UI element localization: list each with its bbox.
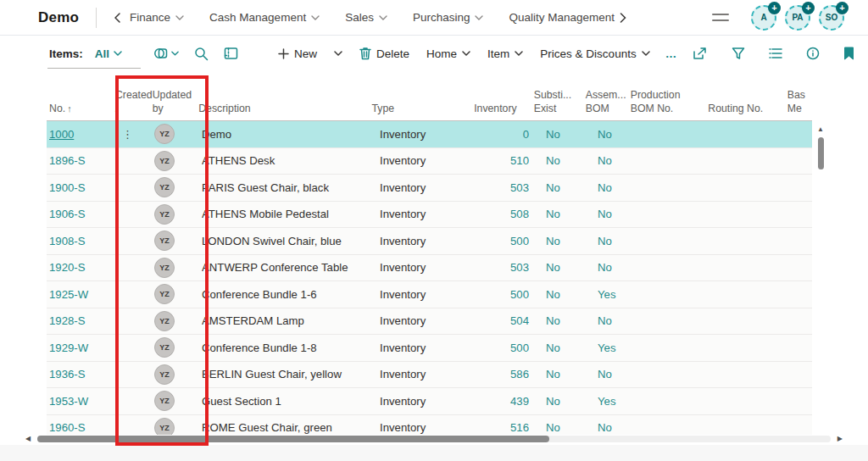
- assembly-bom[interactable]: Yes: [589, 342, 643, 354]
- item-inventory[interactable]: 500: [475, 288, 536, 301]
- item-no-link[interactable]: 1928-S: [49, 314, 86, 327]
- menu-icon[interactable]: [712, 14, 729, 21]
- created-by-avatar[interactable]: YZ: [154, 258, 175, 278]
- created-by-avatar[interactable]: YZ: [154, 364, 175, 385]
- assembly-bom[interactable]: No: [589, 208, 643, 220]
- assembly-bom[interactable]: Yes: [589, 395, 643, 408]
- item-inventory[interactable]: 516: [475, 421, 536, 434]
- table-row[interactable]: 1000⋮YZDemoInventory0NoNo: [47, 121, 812, 148]
- vertical-scrollbar[interactable]: ▲: [815, 125, 826, 434]
- view-filter-all[interactable]: All: [95, 47, 122, 60]
- analysis-views-button[interactable]: [146, 47, 186, 60]
- info-button[interactable]: [798, 47, 827, 60]
- menu-home[interactable]: Home: [418, 47, 479, 60]
- nav-item-cash-management[interactable]: Cash Management: [209, 11, 320, 24]
- nav-item-quality-management[interactable]: Quality Management: [509, 11, 626, 24]
- table-row[interactable]: 1929-W⋮YZConference Bundle 1-8Inventory5…: [47, 335, 812, 362]
- list-layout-button[interactable]: [761, 47, 790, 59]
- table-row[interactable]: 1928-S⋮YZAMSTERDAM LampInventory504NoNo: [47, 308, 812, 336]
- table-row[interactable]: 1936-S⋮YZBERLIN Guest Chair, yellowInven…: [47, 362, 812, 389]
- item-no-link[interactable]: 1906-S: [49, 208, 86, 220]
- menu-prices-discounts[interactable]: Prices & Discounts: [531, 47, 658, 60]
- horizontal-scrollbar-thumb[interactable]: [37, 436, 549, 442]
- bookmark-button[interactable]: [836, 47, 862, 60]
- column-header-type[interactable]: Type: [371, 103, 464, 120]
- new-split-chevron[interactable]: [326, 51, 351, 56]
- search-button[interactable]: [186, 47, 216, 61]
- assembly-bom[interactable]: No: [589, 181, 643, 194]
- menu-item[interactable]: Item: [479, 47, 531, 60]
- filter-button[interactable]: [724, 47, 753, 60]
- table-row[interactable]: 1960-S⋮YZROME Guest Chair, greenInventor…: [47, 415, 812, 436]
- item-no-link[interactable]: 1908-S: [49, 235, 86, 247]
- item-inventory[interactable]: 500: [475, 342, 536, 354]
- user-avatar-so[interactable]: SO+: [819, 5, 844, 31]
- table-row[interactable]: 1908-S⋮YZLONDON Swivel Chair, blueInvent…: [47, 228, 812, 255]
- column-header-description[interactable]: Description: [198, 103, 371, 120]
- item-no-link[interactable]: 1000: [49, 128, 74, 141]
- nav-scroll-left[interactable]: [114, 13, 121, 23]
- assembly-bom[interactable]: No: [589, 314, 643, 327]
- user-avatar-pa[interactable]: PA+: [785, 5, 810, 31]
- nav-item-finance[interactable]: Finance: [130, 11, 184, 24]
- table-row[interactable]: 1953-W⋮YZGuest Section 1Inventory439NoYe…: [47, 388, 812, 415]
- column-header-no-[interactable]: No.↑: [47, 103, 115, 120]
- item-no-link[interactable]: 1960-S: [49, 421, 86, 434]
- assembly-bom[interactable]: No: [589, 154, 643, 167]
- item-inventory[interactable]: 508: [475, 208, 536, 220]
- assembly-bom[interactable]: No: [589, 368, 643, 380]
- column-header-routing-no-[interactable]: Routing No.: [708, 103, 787, 120]
- created-by-avatar[interactable]: YZ: [154, 151, 175, 171]
- table-row[interactable]: 1925-W⋮YZConference Bundle 1-6Inventory5…: [47, 281, 812, 308]
- table-row[interactable]: 1896-S⋮YZATHENS DeskInventory510NoNo: [47, 148, 812, 175]
- column-header-bom[interactable]: Assem...BOM: [577, 89, 631, 120]
- delete-button[interactable]: Delete: [351, 47, 418, 60]
- column-header-me[interactable]: BasMe: [787, 89, 812, 120]
- nav-item-purchasing[interactable]: Purchasing: [413, 11, 484, 24]
- row-menu-icon[interactable]: ⋮: [122, 128, 134, 141]
- created-by-avatar[interactable]: YZ: [154, 204, 175, 225]
- nav-item-sales[interactable]: Sales: [345, 11, 387, 24]
- item-no-link[interactable]: 1900-S: [49, 181, 86, 194]
- vertical-scrollbar-thumb[interactable]: [818, 137, 824, 169]
- item-inventory[interactable]: 503: [475, 181, 536, 194]
- column-header-bom-no-[interactable]: ProductionBOM No.: [631, 89, 709, 120]
- new-button[interactable]: New: [270, 47, 326, 60]
- table-row[interactable]: 1906-S⋮YZATHENS Mobile PedestalInventory…: [47, 202, 812, 229]
- column-header-exist[interactable]: Substi...Exist: [524, 89, 577, 120]
- table-row[interactable]: 1920-S⋮YZANTWERP Conference TableInvento…: [47, 255, 812, 282]
- item-inventory[interactable]: 510: [475, 154, 536, 167]
- item-inventory[interactable]: 503: [475, 261, 536, 274]
- horizontal-scrollbar[interactable]: ◀ ▶: [25, 433, 843, 445]
- created-by-avatar[interactable]: YZ: [154, 230, 175, 251]
- item-no-link[interactable]: 1920-S: [49, 261, 86, 274]
- assembly-bom[interactable]: No: [589, 261, 643, 274]
- more-options-button[interactable]: …: [659, 47, 686, 60]
- created-by-avatar[interactable]: YZ: [154, 177, 175, 197]
- item-inventory[interactable]: 504: [475, 314, 536, 327]
- item-no-link[interactable]: 1936-S: [49, 368, 86, 380]
- created-by-avatar[interactable]: YZ: [154, 124, 175, 144]
- created-by-avatar[interactable]: YZ: [154, 391, 175, 411]
- assembly-bom[interactable]: Yes: [589, 288, 643, 301]
- item-inventory[interactable]: 439: [475, 395, 536, 408]
- assembly-bom[interactable]: No: [589, 235, 643, 247]
- created-by-avatar[interactable]: YZ: [154, 311, 175, 331]
- focus-mode-button[interactable]: [216, 47, 246, 60]
- assembly-bom[interactable]: No: [589, 128, 643, 141]
- created-by-avatar[interactable]: YZ: [154, 337, 175, 358]
- scroll-up-arrow-icon[interactable]: ▲: [817, 125, 824, 133]
- item-inventory[interactable]: 500: [475, 235, 536, 247]
- share-button[interactable]: [685, 47, 715, 60]
- item-no-link[interactable]: 1953-W: [49, 395, 88, 408]
- column-header-updated-by[interactable]: Created /Updated by: [115, 89, 198, 120]
- item-no-link[interactable]: 1929-W: [49, 342, 88, 354]
- created-by-avatar[interactable]: YZ: [154, 284, 175, 304]
- item-no-link[interactable]: 1896-S: [49, 154, 86, 167]
- scroll-right-arrow-icon[interactable]: ▶: [837, 435, 843, 442]
- scroll-left-arrow-icon[interactable]: ◀: [25, 435, 31, 442]
- item-inventory[interactable]: 586: [475, 368, 536, 380]
- item-inventory[interactable]: 0: [475, 128, 536, 141]
- table-row[interactable]: 1900-S⋮YZPARIS Guest Chair, blackInvento…: [47, 175, 812, 202]
- created-by-avatar[interactable]: YZ: [154, 418, 175, 435]
